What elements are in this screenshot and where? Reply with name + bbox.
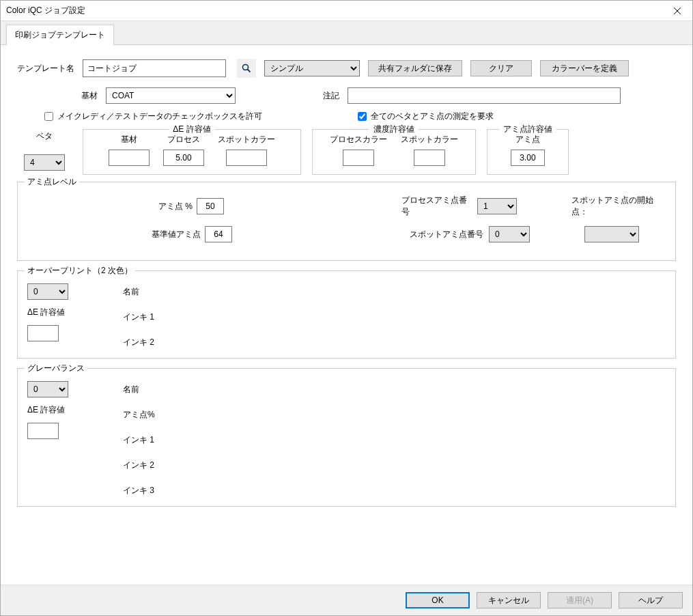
overprint-ink1-label: インキ 1: [123, 311, 154, 323]
require-all-input[interactable]: [358, 112, 367, 121]
svg-line-3: [248, 70, 251, 72]
view-mode-select[interactable]: シンプル: [264, 60, 360, 76]
help-button[interactable]: ヘルプ: [619, 592, 683, 608]
density-spot-input[interactable]: [414, 150, 445, 166]
overprint-de-input[interactable]: [27, 325, 59, 341]
note-input[interactable]: [348, 87, 621, 104]
require-all-checkbox[interactable]: 全てのベタとアミ点の測定を要求: [358, 111, 494, 122]
gray-balance-legend: グレーバランス: [25, 363, 87, 374]
de-process-label: プロセス: [167, 134, 200, 145]
gray-ink3-label: インキ 3: [123, 485, 155, 496]
template-name-input[interactable]: [83, 59, 226, 77]
gray-name-label: 名前: [123, 384, 155, 395]
overprint-select[interactable]: 0: [27, 283, 68, 300]
de-process-input[interactable]: [163, 150, 204, 166]
de-substrate-label: 基材: [121, 134, 137, 145]
overprint-ink2-label: インキ 2: [123, 337, 154, 348]
template-name-label: テンプレート名: [17, 63, 74, 74]
spot-tint-start-label: スポットアミ点の開始点：: [571, 195, 653, 216]
de-substrate-input[interactable]: [109, 150, 150, 166]
gray-ink1-label: インキ 1: [123, 434, 155, 446]
spot-tint-no-label: スポットアミ点番号: [410, 229, 483, 240]
note-label: 注記: [264, 90, 339, 102]
gray-tintpct-label: アミ点%: [123, 409, 155, 421]
substrate-select[interactable]: COAT: [106, 87, 236, 104]
overprint-legend: オーバープリント（2 次色）: [25, 265, 135, 277]
gray-ink2-label: インキ 2: [123, 460, 155, 471]
allow-makeready-input[interactable]: [44, 112, 53, 121]
tint-col-label: アミ点: [515, 134, 540, 145]
require-all-label: 全てのベタとアミ点の測定を要求: [371, 111, 494, 122]
de-spot-input[interactable]: [226, 150, 267, 166]
beta-select[interactable]: 4: [24, 154, 65, 171]
density-process-label: プロセスカラー: [330, 134, 387, 145]
search-icon[interactable]: [237, 59, 256, 78]
close-icon[interactable]: [668, 1, 687, 20]
gray-de-input[interactable]: [27, 423, 59, 439]
process-tint-no-select[interactable]: 1: [477, 198, 517, 214]
beta-label: ベタ: [17, 130, 72, 142]
ref-tint-input[interactable]: [205, 226, 232, 242]
substrate-label: 基材: [17, 90, 98, 102]
tint-percent-input[interactable]: [197, 198, 224, 214]
tab-print-job-template[interactable]: 印刷ジョブテンプレート: [6, 25, 114, 45]
tint-tolerance-title: アミ点許容値: [499, 124, 556, 135]
allow-makeready-checkbox[interactable]: メイクレディ／テストデータのチェックボックスを許可: [44, 111, 262, 122]
save-shared-button[interactable]: 共有フォルダに保存: [368, 60, 462, 76]
spot-tint-start-select[interactable]: [584, 226, 639, 242]
de-tolerance-title: ΔE 許容値: [169, 124, 214, 135]
density-tolerance-title: 濃度許容値: [369, 124, 419, 135]
process-tint-no-label: プロセスアミ点番号: [401, 195, 472, 218]
window-title: Color iQC ジョブ設定: [6, 5, 668, 16]
define-colorbar-button[interactable]: カラーバーを定義: [540, 60, 629, 76]
density-spot-label: スポットカラー: [401, 134, 458, 145]
apply-button: 適用(A): [548, 592, 612, 608]
ref-tint-label: 基準値アミ点: [152, 229, 201, 240]
ok-button[interactable]: OK: [406, 592, 470, 608]
spot-tint-no-select[interactable]: 0: [489, 226, 530, 242]
tint-tol-input[interactable]: [511, 150, 545, 166]
tint-level-legend: アミ点レベル: [25, 176, 79, 188]
clear-button[interactable]: クリア: [470, 60, 532, 76]
allow-makeready-label: メイクレディ／テストデータのチェックボックスを許可: [57, 111, 262, 122]
gray-select[interactable]: 0: [27, 381, 68, 397]
gray-de-label: ΔE 許容値: [27, 404, 96, 416]
overprint-name-label: 名前: [123, 286, 154, 298]
de-spot-label: スポットカラー: [218, 134, 275, 145]
overprint-de-label: ΔE 許容値: [27, 307, 96, 318]
tint-percent-label: アミ点 %: [158, 201, 193, 212]
cancel-button[interactable]: キャンセル: [477, 592, 541, 608]
svg-point-2: [243, 65, 249, 70]
density-process-input[interactable]: [343, 150, 374, 166]
